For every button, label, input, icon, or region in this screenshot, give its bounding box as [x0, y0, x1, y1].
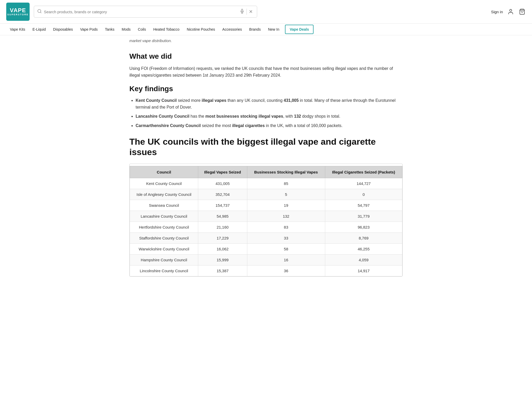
table-cell: 8,769: [325, 233, 402, 244]
col-illegal-vapes: Illegal Vapes Seized: [198, 166, 247, 178]
finding-1: Kent County Council seized more illegal …: [136, 97, 403, 110]
councils-table: Council Illegal Vapes Seized Businesses …: [130, 166, 402, 276]
header-actions: Sign in: [491, 8, 526, 15]
data-table-wrapper: Council Illegal Vapes Seized Businesses …: [129, 164, 403, 277]
table-cell: 144,727: [325, 178, 402, 189]
col-council: Council: [130, 166, 198, 178]
table-cell: Swansea Council: [130, 200, 198, 211]
table-cell: 15,999: [198, 255, 247, 265]
divider: [247, 9, 247, 15]
table-row: Hampshire County Council15,999164,059: [130, 255, 402, 265]
nav-item-accessories[interactable]: Accessories: [219, 24, 245, 35]
table-cell: 17,229: [198, 233, 247, 244]
table-cell: 96,823: [325, 222, 402, 233]
table-cell: 352,704: [198, 189, 247, 200]
findings-list: Kent County Council seized more illegal …: [129, 97, 403, 129]
finding-1-council: Kent County Council: [136, 98, 177, 103]
nav-item-heated-tobacco[interactable]: Heated Tobacco: [150, 24, 183, 35]
finding-2-council: Lancashire County Council: [136, 114, 189, 118]
big-title-heading: The UK councils with the biggest illegal…: [129, 136, 403, 158]
table-cell: Kent County Council: [130, 178, 198, 189]
search-bar: ✕: [34, 6, 257, 18]
table-cell: 16: [247, 255, 325, 265]
table-cell: 132: [247, 211, 325, 222]
table-cell: 0: [325, 189, 402, 200]
table-cell: 16,062: [198, 244, 247, 255]
finding-1-bold1: illegal vapes: [202, 98, 226, 103]
search-input[interactable]: [44, 10, 239, 14]
nav: Vape Kits E-Liquid Disposables Vape Pods…: [0, 24, 532, 35]
table-row: Lincolnshire County Council15,3873614,91…: [130, 265, 402, 276]
table-row: Swansea Council154,7371954,797: [130, 200, 402, 211]
logo[interactable]: VAPE SUPERSTORE: [6, 3, 30, 21]
table-cell: 31,779: [325, 211, 402, 222]
finding-3-bold1: illegal cigarettes: [232, 123, 265, 128]
sign-in-label: Sign in: [491, 10, 503, 14]
table-cell: 4,059: [325, 255, 402, 265]
table-cell: 431,005: [198, 178, 247, 189]
cart-icon[interactable]: [518, 8, 526, 15]
table-cell: Lincolnshire County Council: [130, 265, 198, 276]
nav-item-vape-pods[interactable]: Vape Pods: [77, 24, 101, 35]
table-row: Isle of Anglesey County Council352,70450: [130, 189, 402, 200]
nav-item-brands[interactable]: Brands: [245, 24, 264, 35]
table-cell: 85: [247, 178, 325, 189]
table-cell: 54,985: [198, 211, 247, 222]
finding-2-bold1: most businesses stocking illegal vapes: [205, 114, 283, 118]
nav-item-vape-deals[interactable]: Vape Deals: [285, 25, 314, 34]
user-icon[interactable]: [507, 8, 514, 15]
table-cell: 58: [247, 244, 325, 255]
mic-button[interactable]: [239, 9, 245, 15]
table-cell: 54,797: [325, 200, 402, 211]
table-row: Warwickshire County Council16,0625846,25…: [130, 244, 402, 255]
table-header: Council Illegal Vapes Seized Businesses …: [130, 166, 402, 178]
search-icon: [37, 9, 42, 15]
table-row: Staffordshire County Council17,229338,76…: [130, 233, 402, 244]
finding-2: Lancashire County Council has the most b…: [136, 113, 403, 120]
key-findings-heading: Key findings: [129, 85, 403, 93]
finding-3: Carmarthenshire County Council seized th…: [136, 122, 403, 129]
table-cell: 46,255: [325, 244, 402, 255]
faded-intro-text: market vape distribution.: [129, 35, 403, 48]
logo-vape-text: VAPE: [10, 8, 26, 13]
table-body: Kent County Council431,00585144,727Isle …: [130, 178, 402, 276]
clear-button[interactable]: ✕: [248, 9, 254, 15]
header: VAPE SUPERSTORE ✕ Sign in: [0, 0, 532, 24]
table-cell: Hertfordshire County Council: [130, 222, 198, 233]
finding-1-bold2: 431,005: [284, 98, 299, 103]
table-row: Lancashire County Council54,98513231,779: [130, 211, 402, 222]
nav-item-new-in[interactable]: New In: [264, 24, 283, 35]
intro-paragraph: Using FOI (Freedom of Information) reque…: [129, 65, 403, 78]
sign-in-button[interactable]: Sign in: [491, 10, 503, 14]
table-cell: Isle of Anglesey County Council: [130, 189, 198, 200]
table-cell: 36: [247, 265, 325, 276]
table-cell: 15,387: [198, 265, 247, 276]
table-row: Kent County Council431,00585144,727: [130, 178, 402, 189]
table-cell: Warwickshire County Council: [130, 244, 198, 255]
logo-superstore-text: SUPERSTORE: [7, 13, 29, 16]
svg-point-4: [510, 9, 512, 11]
table-cell: 19: [247, 200, 325, 211]
nav-item-disposables[interactable]: Disposables: [49, 24, 76, 35]
table-cell: Staffordshire County Council: [130, 233, 198, 244]
svg-line-1: [40, 12, 41, 13]
nav-item-eliquid[interactable]: E-Liquid: [29, 24, 49, 35]
finding-3-council: Carmarthenshire County Council: [136, 123, 201, 128]
table-cell: 33: [247, 233, 325, 244]
nav-item-mods[interactable]: Mods: [118, 24, 134, 35]
nav-item-coils[interactable]: Coils: [134, 24, 150, 35]
nav-item-vape-kits[interactable]: Vape Kits: [6, 24, 29, 35]
table-cell: 21,160: [198, 222, 247, 233]
page-content: market vape distribution. What we did Us…: [123, 35, 409, 287]
table-cell: 14,917: [325, 265, 402, 276]
table-cell: Lancashire County Council: [130, 211, 198, 222]
col-businesses: Businesses Stocking Illegal Vapes: [247, 166, 325, 178]
table-row: Hertfordshire County Council21,1608396,8…: [130, 222, 402, 233]
table-cell: 154,737: [198, 200, 247, 211]
table-cell: 83: [247, 222, 325, 233]
table-cell: Hampshire County Council: [130, 255, 198, 265]
nav-item-tanks[interactable]: Tanks: [101, 24, 118, 35]
table-header-row: Council Illegal Vapes Seized Businesses …: [130, 166, 402, 178]
nav-item-nicotine-pouches[interactable]: Nicotine Pouches: [183, 24, 219, 35]
what-we-did-heading: What we did: [129, 52, 403, 61]
